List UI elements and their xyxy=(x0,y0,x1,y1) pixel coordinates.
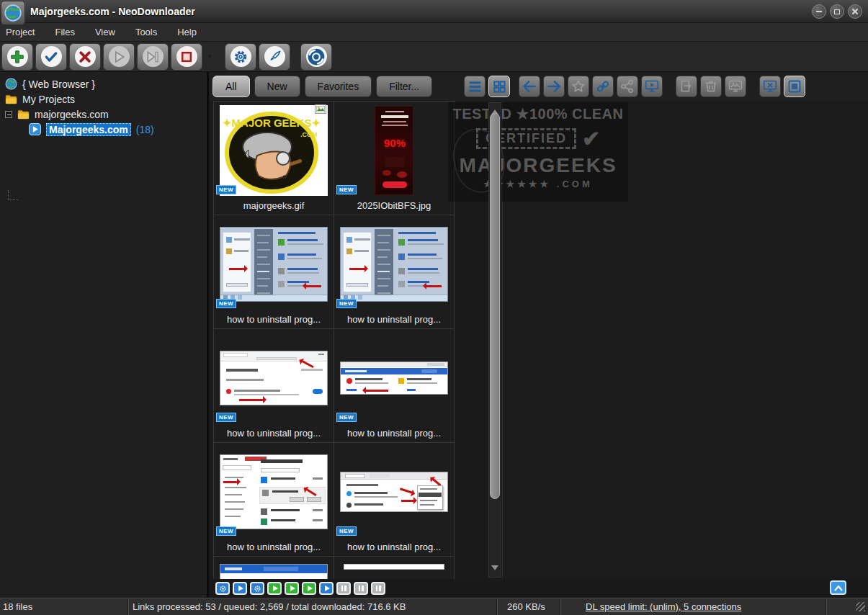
close-button[interactable] xyxy=(848,4,862,19)
menu-help[interactable]: Help xyxy=(177,27,197,37)
check-icon xyxy=(41,46,62,67)
back-button[interactable] xyxy=(519,76,540,97)
red-arrow xyxy=(365,390,388,392)
preview-monitor-icon xyxy=(763,79,777,94)
file-cell[interactable]: NEW how to uninstall prog... xyxy=(214,443,334,557)
scrollbar-thumb[interactable] xyxy=(490,113,500,499)
tab-favorites[interactable]: Favorites xyxy=(305,76,372,97)
stop-button[interactable] xyxy=(171,43,202,71)
thumbnail: NEW xyxy=(214,329,334,426)
connection-play-icon[interactable] xyxy=(285,582,299,595)
thumbnail-grid: ✦MAJOR GEEKS✦ .COM NE xyxy=(213,101,455,579)
tree-item-my-projects[interactable]: My Projects xyxy=(0,91,207,107)
filter-tab-bar: All New Favorites Filter... xyxy=(209,72,868,101)
thumbnail: NEW xyxy=(214,443,334,540)
thumbnail: 90% NEW xyxy=(334,102,454,199)
red-arrow xyxy=(229,268,245,270)
neodownloader-button[interactable] xyxy=(300,43,332,71)
add-project-button[interactable] xyxy=(1,43,33,71)
wallpaper-icon xyxy=(728,79,743,94)
watermark-line1: TESTED ★100% CLEAN xyxy=(448,105,628,122)
new-badge: NEW xyxy=(216,413,236,422)
resize-grip[interactable] xyxy=(856,602,865,611)
thumbnail-view-button[interactable] xyxy=(488,76,510,97)
file-cell[interactable]: NEW how to uninstall prog... xyxy=(334,443,455,557)
tree-label: My Projects xyxy=(22,94,75,105)
red-arrow xyxy=(401,500,414,502)
scroll-to-top-button[interactable] xyxy=(830,580,846,595)
maximize-button[interactable] xyxy=(830,4,844,19)
skin-button[interactable] xyxy=(259,43,290,71)
collapse-icon[interactable] xyxy=(5,111,12,118)
delete-project-button[interactable] xyxy=(69,43,101,71)
connection-pause-icon[interactable] xyxy=(354,582,368,595)
delete-file-button xyxy=(700,76,722,97)
file-cell[interactable]: NEW how to uninstall prog... xyxy=(334,329,455,443)
checkmark-icon: ✔ xyxy=(582,126,600,151)
connection-play-icon[interactable] xyxy=(302,582,316,595)
tab-filter[interactable]: Filter... xyxy=(376,76,432,97)
svg-text:.COM: .COM xyxy=(300,131,318,138)
brush-icon xyxy=(264,46,285,67)
menu-files[interactable]: Files xyxy=(55,27,74,37)
minimize-button[interactable] xyxy=(812,4,826,19)
check-button[interactable] xyxy=(35,43,67,71)
gear-icon xyxy=(231,46,251,67)
slideshow-icon xyxy=(645,79,659,94)
thumbnail-image xyxy=(340,472,448,512)
tab-all[interactable]: All xyxy=(212,76,250,97)
tree-item-majorgeeks-project[interactable]: Majorgeeks.com (18) xyxy=(0,122,207,137)
connection-play-icon[interactable] xyxy=(319,582,334,595)
connection-gear-icon[interactable] xyxy=(215,582,230,595)
maximize-icon xyxy=(834,9,840,14)
file-cell[interactable]: ✦MAJOR GEEKS✦ .COM NE xyxy=(214,102,334,215)
red-arrow xyxy=(305,285,321,287)
preview-window-button[interactable] xyxy=(759,76,781,97)
menu-project[interactable]: Project xyxy=(6,27,35,37)
file-cell[interactable] xyxy=(214,557,334,579)
settings-button[interactable] xyxy=(225,43,256,71)
tab-new[interactable]: New xyxy=(254,76,300,97)
title-bar: Majorgeeks.com - NeoDownloader xyxy=(0,0,868,23)
menu-bar: Project Files View Tools Help xyxy=(0,23,868,42)
start-button xyxy=(103,43,135,71)
tree-item-web-browser[interactable]: { Web Browser } xyxy=(0,76,207,91)
forward-button[interactable] xyxy=(543,76,565,97)
status-file-count: 18 files xyxy=(0,598,128,615)
menu-tools[interactable]: Tools xyxy=(135,27,157,37)
stop-dropdown-icon[interactable]: ▼ xyxy=(205,43,215,71)
tree-label: majorgeeks.com xyxy=(35,109,109,120)
thumbnail-view-icon xyxy=(493,80,506,94)
thumbnail-image: ✦MAJOR GEEKS✦ .COM xyxy=(220,105,328,196)
scroll-down-icon[interactable] xyxy=(491,565,498,574)
file-cell[interactable]: NEW how to uninstall prog... xyxy=(214,215,334,329)
thumbnail-image xyxy=(340,227,448,302)
file-cell[interactable]: 90% NEW 2025IObitBFS.jpg xyxy=(334,102,455,215)
list-view-button[interactable] xyxy=(464,76,486,97)
connection-play-icon[interactable] xyxy=(233,582,247,595)
connection-pause-icon[interactable] xyxy=(371,582,385,595)
vertical-scrollbar[interactable] xyxy=(488,102,501,578)
connection-play-icon[interactable] xyxy=(267,582,282,595)
red-arrow xyxy=(426,285,442,287)
share-button xyxy=(617,76,638,97)
status-speed: 260 KB/s xyxy=(497,598,560,615)
tree-connector xyxy=(8,199,18,200)
fullscreen-button[interactable] xyxy=(784,76,805,97)
window-title: Majorgeeks.com - NeoDownloader xyxy=(30,6,195,17)
connection-pause-icon[interactable] xyxy=(336,582,351,595)
slideshow-button[interactable] xyxy=(641,76,663,97)
speed-limit-link[interactable]: DL speed limit: (unlim), 5 connections xyxy=(586,601,741,612)
tree-item-majorgeeks-folder[interactable]: majorgeeks.com xyxy=(0,107,207,122)
file-cell[interactable]: NEW how to uninstall prog... xyxy=(334,215,455,329)
back-icon xyxy=(522,79,537,94)
open-link-button[interactable] xyxy=(592,76,614,97)
open-link-icon xyxy=(596,79,610,94)
menu-view[interactable]: View xyxy=(95,27,115,37)
thumbnail-workspace: ✦MAJOR GEEKS✦ .COM NE xyxy=(209,101,868,579)
file-cell[interactable] xyxy=(334,557,455,579)
connection-gear-icon[interactable] xyxy=(250,582,264,595)
delete-icon xyxy=(75,46,96,67)
file-cell[interactable]: NEW how to uninstall prog... xyxy=(214,329,334,443)
start-selected-button xyxy=(137,43,169,71)
